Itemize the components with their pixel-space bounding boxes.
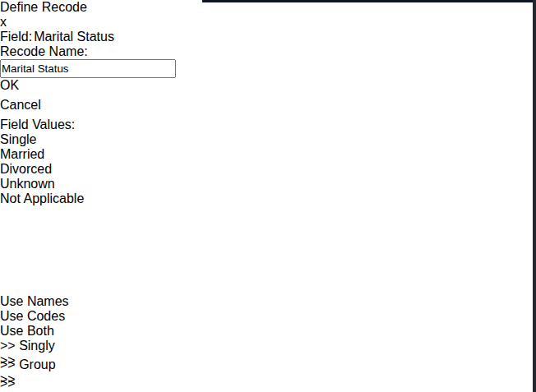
background-window-edge-top: [202, 0, 536, 2]
define-recode-dialog: Define Recode x Field:Marital Status Rec…: [0, 0, 536, 392]
list-item[interactable]: Divorced: [0, 162, 171, 177]
close-button[interactable]: x: [0, 15, 536, 30]
field-values-list[interactable]: SingleMarriedDivorcedUnknownNot Applicab…: [0, 132, 171, 294]
list-item[interactable]: Not Applicable: [0, 191, 171, 206]
screen: Define Recode x Field:Marital Status Rec…: [0, 0, 536, 392]
radio-use-codes[interactable]: Use Codes: [0, 309, 536, 324]
dialog-body: Field:Marital Status Recode Name: OK Can…: [0, 30, 536, 392]
field-label: Field:: [0, 30, 32, 44]
recode-name-input[interactable]: [0, 59, 176, 78]
background-window-edge-bottom: [0, 389, 536, 392]
recode-name-label: Recode Name:: [0, 44, 536, 59]
radio-label: Use Names: [0, 294, 69, 308]
field-values-items: SingleMarriedDivorcedUnknownNot Applicab…: [0, 132, 171, 206]
radio-use-names[interactable]: Use Names: [0, 294, 536, 309]
singly-button[interactable]: >> Singly >>: [0, 339, 68, 357]
radio-label: Use Codes: [0, 309, 65, 323]
ok-button[interactable]: OK: [0, 78, 67, 98]
group-button[interactable]: >> Group >>: [0, 357, 68, 376]
field-values-label: Field Values:: [0, 118, 536, 132]
radio-use-both[interactable]: Use Both: [0, 324, 536, 339]
field-caption: Field:Marital Status: [0, 30, 536, 44]
radio-label: Use Both: [0, 324, 54, 338]
cancel-button[interactable]: Cancel: [0, 98, 67, 118]
list-item[interactable]: Single: [0, 132, 171, 147]
list-item[interactable]: Unknown: [0, 177, 171, 191]
background-window-edge-right: [533, 0, 536, 392]
field-value: Marital Status: [34, 30, 114, 44]
list-item[interactable]: Married: [0, 147, 171, 162]
